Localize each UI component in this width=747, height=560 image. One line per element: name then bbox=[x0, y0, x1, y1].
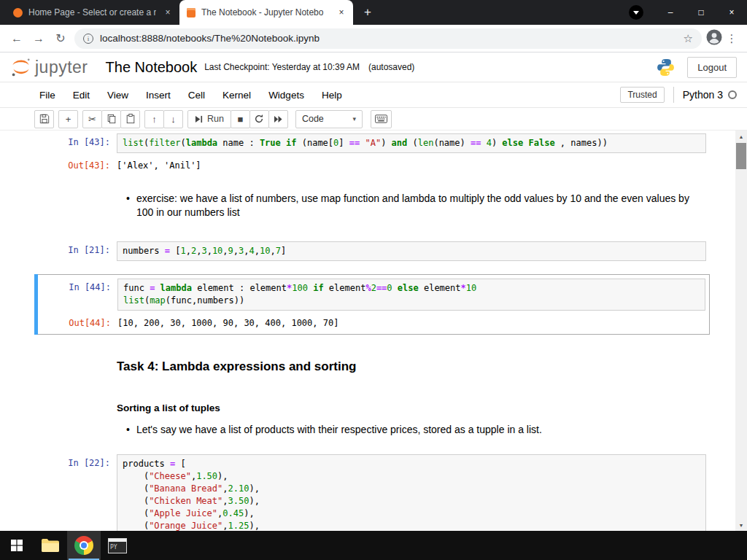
menu-widgets[interactable]: Widgets bbox=[260, 90, 313, 101]
menu-cell[interactable]: Cell bbox=[179, 90, 214, 101]
jupyter-logo-text: jupyter bbox=[35, 58, 88, 77]
code-editor[interactable]: products = [ ("Cheese",1.50), ("Banana B… bbox=[117, 454, 706, 531]
reload-button[interactable]: ↻ bbox=[50, 28, 71, 50]
close-button[interactable]: × bbox=[716, 0, 747, 25]
menu-help[interactable]: Help bbox=[313, 90, 351, 101]
input-prompt: In [21]: bbox=[34, 241, 117, 257]
markdown-cell[interactable]: •exercise: we have a list of numbers, us… bbox=[34, 191, 706, 219]
jupyter-logo[interactable]: jupyter bbox=[10, 56, 88, 78]
divider bbox=[673, 87, 674, 103]
tab-search-button[interactable] bbox=[629, 5, 643, 20]
restart-run-all-button[interactable] bbox=[268, 110, 288, 128]
start-button[interactable] bbox=[0, 531, 34, 560]
maximize-button[interactable]: □ bbox=[686, 0, 716, 25]
menu-insert[interactable]: Insert bbox=[137, 90, 179, 101]
markdown-content: Task 4: Lambda expressions and sorting bbox=[117, 358, 706, 375]
cell-type-dropdown[interactable]: Code ▾ bbox=[295, 110, 363, 128]
copy-cell-button[interactable] bbox=[101, 110, 121, 128]
python-console-taskbar-button[interactable]: PY bbox=[101, 531, 134, 560]
address-bar[interactable]: i localhost:8888/notebooks/The%20Noteboo… bbox=[74, 28, 702, 49]
menubar: FileEditViewInsertCellKernelWidgetsHelp … bbox=[0, 82, 747, 108]
cut-cell-button[interactable]: ✂ bbox=[82, 110, 102, 128]
markdown-cell[interactable]: Sorting a list of tuples•Let's say we ha… bbox=[34, 401, 706, 437]
interrupt-kernel-button[interactable]: ■ bbox=[231, 110, 250, 128]
tab-close-icon[interactable]: × bbox=[336, 7, 347, 18]
cell-output: [10, 200, 30, 1000, 90, 30, 400, 1000, 7… bbox=[117, 314, 338, 330]
menu-kernel[interactable]: Kernel bbox=[214, 90, 260, 101]
avatar-icon bbox=[706, 29, 722, 45]
profile-avatar[interactable] bbox=[706, 29, 722, 48]
forward-button[interactable]: → bbox=[28, 28, 50, 50]
back-button[interactable]: ← bbox=[6, 28, 28, 50]
folder-icon bbox=[41, 537, 60, 553]
menubar-right: Trusted Python 3 bbox=[620, 87, 747, 103]
tab-title: Home Page - Select or create a n bbox=[28, 7, 156, 18]
markdown-heading: Sorting a list of tuples bbox=[117, 402, 706, 415]
move-cell-down-button[interactable]: ↓ bbox=[163, 110, 183, 128]
kernel-status-icon bbox=[728, 90, 737, 99]
jupyter-logo-icon bbox=[10, 56, 32, 78]
screen: Home Page - Select or create a n × The N… bbox=[0, 0, 747, 560]
notebook-cells: In [43]:list(filter(lambda name : True i… bbox=[0, 131, 735, 531]
paste-cell-button[interactable] bbox=[120, 110, 140, 128]
menu-view[interactable]: View bbox=[98, 90, 137, 101]
notebook-title[interactable]: The Notebook bbox=[106, 59, 198, 76]
markdown-content: Sorting a list of tuples•Let's say we ha… bbox=[117, 401, 706, 437]
code-cell[interactable]: In [43]:list(filter(lambda name : True i… bbox=[34, 133, 706, 172]
command-palette-button[interactable] bbox=[371, 110, 392, 128]
code-editor[interactable]: numbers = [1,2,3,10,9,3,4,10,7] bbox=[117, 241, 706, 261]
chevron-down-icon: ▾ bbox=[352, 115, 356, 122]
browser-menu-icon[interactable]: ⋮ bbox=[722, 32, 741, 45]
minimize-button[interactable]: – bbox=[655, 0, 686, 25]
run-label: Run bbox=[207, 114, 224, 124]
scrollbar[interactable]: ▲ ▼ bbox=[735, 131, 747, 531]
scrollbar-thumb[interactable] bbox=[736, 143, 746, 169]
code-cell[interactable]: In [22]:products = [ ("Cheese",1.50), ("… bbox=[34, 454, 706, 531]
code-editor[interactable]: func = lambda element : element*100 if e… bbox=[117, 279, 705, 311]
chrome-taskbar-button[interactable] bbox=[67, 531, 101, 560]
browser-tab-notebook[interactable]: The Notebook - Jupyter Notebo × bbox=[179, 0, 353, 25]
code-cell[interactable]: In [44]:func = lambda element : element*… bbox=[34, 274, 710, 335]
menu-file[interactable]: File bbox=[31, 90, 64, 101]
cell-type-value: Code bbox=[302, 114, 324, 124]
bookmark-star-icon[interactable]: ☆ bbox=[684, 32, 693, 45]
file-explorer-button[interactable] bbox=[34, 531, 67, 560]
scroll-up-icon[interactable]: ▲ bbox=[735, 131, 747, 142]
output-prompt: Out[43]: bbox=[34, 157, 117, 172]
code-editor[interactable]: list(filter(lambda name : True if (name[… bbox=[117, 133, 706, 153]
input-prompt: In [43]: bbox=[34, 133, 117, 149]
add-cell-button[interactable]: + bbox=[58, 110, 78, 128]
logout-button[interactable]: Logout bbox=[687, 57, 737, 78]
site-info-icon[interactable]: i bbox=[83, 34, 93, 44]
save-icon bbox=[39, 114, 50, 124]
browser-navbar: ← → ↻ i localhost:8888/notebooks/The%20N… bbox=[0, 25, 747, 52]
scroll-down-icon[interactable]: ▼ bbox=[735, 519, 747, 531]
notebook-toolbar: + ✂ ↑ ↓ bbox=[0, 108, 747, 131]
chrome-icon bbox=[74, 536, 93, 555]
move-cell-up-button[interactable]: ↑ bbox=[144, 110, 164, 128]
kernel-name: Python 3 bbox=[683, 89, 723, 101]
fast-forward-icon bbox=[274, 115, 283, 123]
markdown-cell[interactable]: Task 4: Lambda expressions and sorting bbox=[34, 358, 706, 375]
bullet-icon: • bbox=[126, 423, 130, 437]
menu-edit[interactable]: Edit bbox=[64, 90, 98, 101]
window-controls: – □ × bbox=[629, 0, 747, 25]
new-tab-button[interactable]: + bbox=[357, 3, 378, 22]
restart-icon bbox=[254, 114, 264, 124]
paste-icon bbox=[125, 114, 136, 124]
markdown-prompt bbox=[34, 358, 117, 361]
trusted-badge[interactable]: Trusted bbox=[620, 87, 664, 103]
save-button[interactable] bbox=[34, 110, 54, 128]
autosave-text: (autosaved) bbox=[368, 62, 414, 72]
chevron-down-icon bbox=[633, 11, 639, 15]
copy-icon bbox=[107, 114, 117, 124]
markdown-prompt bbox=[34, 191, 117, 194]
tab-close-icon[interactable]: × bbox=[162, 7, 174, 18]
notebook-area: In [43]:list(filter(lambda name : True i… bbox=[0, 131, 747, 531]
browser-tab-home[interactable]: Home Page - Select or create a n × bbox=[6, 0, 179, 25]
console-window-icon: PY bbox=[108, 538, 127, 553]
restart-kernel-button[interactable] bbox=[249, 110, 269, 128]
run-button[interactable]: Run bbox=[187, 110, 231, 128]
url-text[interactable]: localhost:8888/notebooks/The%20Notebook.… bbox=[100, 33, 677, 44]
code-cell[interactable]: In [21]:numbers = [1,2,3,10,9,3,4,10,7] bbox=[34, 241, 706, 261]
